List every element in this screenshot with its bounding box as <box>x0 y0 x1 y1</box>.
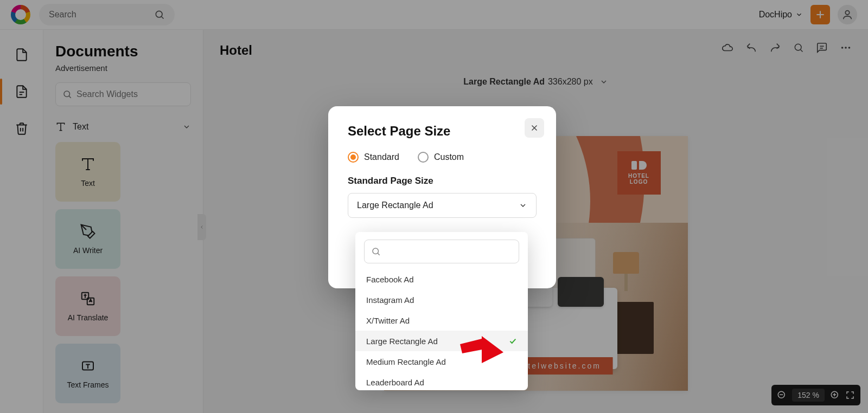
dropdown-search-input[interactable] <box>364 240 519 263</box>
radio-icon <box>418 152 429 163</box>
modal-close-button[interactable] <box>525 118 544 138</box>
dropdown-option-instagram-ad[interactable]: Instagram Ad <box>355 289 528 310</box>
dropdown-option-leaderboard-ad[interactable]: Leaderboard Ad <box>355 372 528 388</box>
modal-title: Select Page Size <box>348 124 537 139</box>
option-label: X/Twitter Ad <box>366 316 410 325</box>
search-icon <box>371 247 381 256</box>
chevron-down-icon <box>519 201 527 210</box>
annotation-arrow <box>460 336 503 363</box>
standard-size-label: Standard Page Size <box>348 176 537 186</box>
radio-custom[interactable]: Custom <box>418 152 464 163</box>
option-label: Large Rectangle Ad <box>366 337 438 346</box>
radio-label: Custom <box>434 152 464 162</box>
dropdown-list[interactable]: Facebook Ad Instagram Ad X/Twitter Ad La… <box>355 269 528 388</box>
svg-point-40 <box>373 248 379 254</box>
page-size-dropdown-panel: Facebook Ad Instagram Ad X/Twitter Ad La… <box>355 232 528 390</box>
dropdown-option-facebook-ad[interactable]: Facebook Ad <box>355 269 528 289</box>
dropdown-option-x-twitter-ad[interactable]: X/Twitter Ad <box>355 310 528 331</box>
page-size-dropdown[interactable]: Large Rectangle Ad <box>348 193 537 218</box>
radio-standard[interactable]: Standard <box>348 152 399 163</box>
option-label: Leaderboard Ad <box>366 378 424 387</box>
option-label: Medium Rectangle Ad <box>366 357 446 366</box>
svg-line-41 <box>378 253 379 255</box>
option-label: Instagram Ad <box>366 295 414 305</box>
dropdown-selected-value: Large Rectangle Ad <box>357 201 433 210</box>
check-icon <box>508 337 517 345</box>
mode-radio-group: Standard Custom <box>348 152 537 163</box>
option-label: Facebook Ad <box>366 275 414 284</box>
radio-label: Standard <box>364 152 399 162</box>
radio-icon <box>348 152 359 163</box>
svg-marker-42 <box>460 336 503 363</box>
